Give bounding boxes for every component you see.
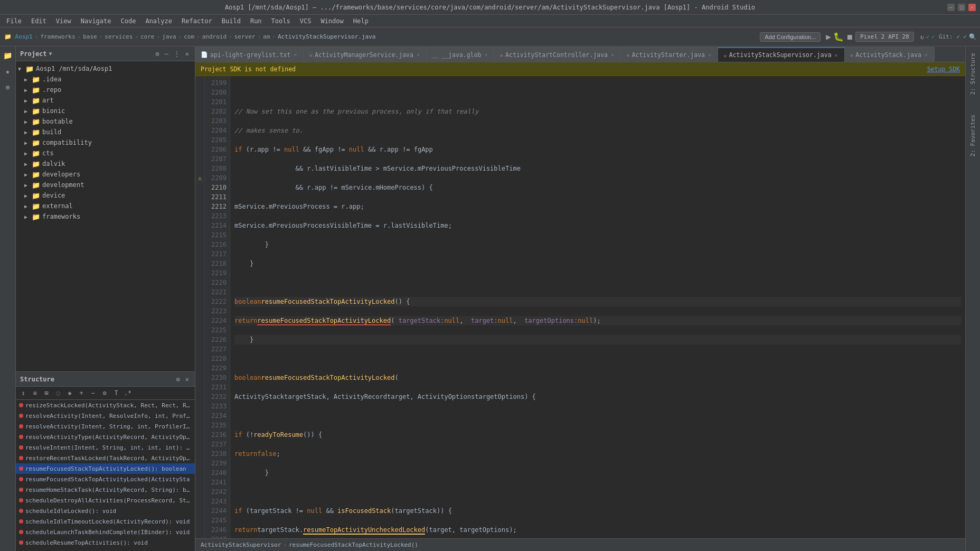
menu-item-refactor[interactable]: Refactor xyxy=(177,16,216,26)
tree-build[interactable]: ▶ 📁 build xyxy=(16,127,195,137)
project-settings-icon[interactable]: ⚙ xyxy=(154,50,161,58)
sort-alpha-icon[interactable]: ↕ xyxy=(18,388,29,398)
tree-developers[interactable]: ▶ 📁 developers xyxy=(16,169,195,180)
tree-frameworks[interactable]: ▶ 📁 frameworks xyxy=(16,211,195,222)
favorites-side-tab[interactable]: 2: Favorites xyxy=(969,110,976,161)
breadcrumb-aosp1[interactable]: 📁 Aosp1 xyxy=(3,33,34,40)
tree-bionic[interactable]: ▶ 📁 bionic xyxy=(16,106,195,116)
structure-side-tab[interactable]: 2: Structure xyxy=(969,49,976,99)
menu-item-tools[interactable]: Tools xyxy=(267,16,295,26)
tab-activity-start-controller[interactable]: ☕ ActivityStartController.java ✕ xyxy=(494,47,621,62)
tree-repo[interactable]: ▶ 📁 .repo xyxy=(16,85,195,95)
structure-close-icon[interactable]: ✕ xyxy=(184,375,191,384)
breadcrumb-core[interactable]: core xyxy=(139,33,156,40)
menu-item-help[interactable]: Help xyxy=(349,16,373,26)
struct-item[interactable]: resolveActivity(Intent, ResolveInfo, int… xyxy=(16,410,195,421)
close-button[interactable]: ✕ xyxy=(968,4,976,11)
tab-activity-starter[interactable]: ☕ ActivityStarter.java ✕ xyxy=(621,47,718,62)
tree-bootable[interactable]: ▶ 📁 bootable xyxy=(16,116,195,127)
tab-close-icon[interactable]: ✕ xyxy=(483,51,488,58)
project-panel-toggle[interactable]: 📁 xyxy=(1,49,15,62)
tab-java-glob[interactable]: __ __java.glob ✕ xyxy=(427,47,494,62)
sort-visibility-icon[interactable]: ≡ xyxy=(30,388,40,398)
tree-idea[interactable]: ▶ 📁 .idea xyxy=(16,74,195,85)
menu-item-code[interactable]: Code xyxy=(117,16,140,26)
menu-item-window[interactable]: Window xyxy=(316,16,347,26)
breadcrumb-services[interactable]: services xyxy=(103,33,134,40)
struct-settings-icon[interactable]: ⚙ xyxy=(99,388,110,398)
tab-close-icon[interactable]: ✕ xyxy=(416,51,421,58)
menu-item-edit[interactable]: Edit xyxy=(27,16,51,26)
struct-item-selected[interactable]: resumeFocusedStackTopActivityLocked(): b… xyxy=(16,463,195,474)
tree-art[interactable]: ▶ 📁 art xyxy=(16,95,195,106)
stop-button[interactable]: ⏹ xyxy=(846,33,853,41)
collapse-all-icon[interactable]: − xyxy=(88,388,98,398)
struct-item[interactable]: resolveActivity(Intent, String, int, Pro… xyxy=(16,421,195,432)
structure-panel-toggle[interactable]: ≡ xyxy=(1,80,15,94)
struct-item[interactable]: resolveIntent(Intent, String, int, int, … xyxy=(16,442,195,453)
device-selector[interactable]: Pixel 2 API 28 xyxy=(855,32,914,42)
menu-item-build[interactable]: Build xyxy=(218,16,245,26)
tree-development[interactable]: ▶ 📁 development xyxy=(16,180,195,190)
struct-item[interactable]: scheduleIdleTimeoutLocked(ActivityRecord… xyxy=(16,516,195,527)
tree-dalvik[interactable]: ▶ 📁 dalvik xyxy=(16,158,195,169)
breadcrumb-com[interactable]: com xyxy=(183,33,195,40)
git-checkmark-icon[interactable]: ✓ xyxy=(926,34,929,40)
android-profiler-toggle[interactable] xyxy=(1,537,15,551)
struct-item[interactable]: resizeStackLocked(ActivityStack, Rect, R… xyxy=(16,400,195,410)
struct-filter-icon[interactable]: T xyxy=(111,388,121,398)
struct-item[interactable]: resumeFocusedStackTopActivityLocked(Acti… xyxy=(16,474,195,484)
menu-item-navigate[interactable]: Navigate xyxy=(77,16,116,26)
breadcrumb-server[interactable]: server xyxy=(233,33,257,40)
breadcrumb-base[interactable]: base xyxy=(82,33,98,40)
breadcrumb-java[interactable]: java xyxy=(161,33,177,40)
tab-close-icon[interactable]: ✕ xyxy=(707,51,712,58)
maximize-button[interactable]: □ xyxy=(958,4,965,11)
struct-item[interactable]: resumeHomeStackTask(ActivityRecord, Stri… xyxy=(16,484,195,495)
code-content[interactable]: // Now set this one as the previous proc… xyxy=(230,76,965,538)
expand-all-icon[interactable]: + xyxy=(76,388,87,398)
favorites-panel-toggle[interactable]: ★ xyxy=(1,64,15,78)
breadcrumb-class[interactable]: ActivityStackSupervisor xyxy=(201,541,281,548)
show-inherited-icon[interactable]: ◌ xyxy=(53,388,63,398)
breadcrumb-am[interactable]: am xyxy=(262,33,271,40)
struct-item[interactable]: resolveActivityType(ActivityRecord, Acti… xyxy=(16,432,195,442)
tree-cts[interactable]: ▶ 📁 cts xyxy=(16,148,195,158)
tree-root[interactable]: ▼ 📁 Aosp1 /mnt/sda/Aosp1 xyxy=(16,63,195,74)
tab-close-icon[interactable]: ✕ xyxy=(924,51,929,58)
minimize-button[interactable]: — xyxy=(947,4,955,11)
breadcrumb-android[interactable]: android xyxy=(201,33,228,40)
git-checkmark2-icon[interactable]: ✓ xyxy=(931,34,935,40)
menu-item-run[interactable]: Run xyxy=(246,16,266,26)
run-config-button[interactable]: Add Configuration... xyxy=(760,32,821,42)
struct-item[interactable]: scheduleResumeTopActivities(): void xyxy=(16,537,195,548)
search-everywhere-icon[interactable]: 🔍 xyxy=(969,33,977,41)
tab-activity-manager-service[interactable]: ☕ ActivityManagerService.java ✕ xyxy=(304,47,427,62)
tree-external[interactable]: ▶ 📁 external xyxy=(16,201,195,211)
breadcrumb-method[interactable]: resumeFocusedStackTopActivityLocked() xyxy=(289,541,418,548)
project-more-icon[interactable]: ⋮ xyxy=(172,50,182,58)
breadcrumb-frameworks[interactable]: frameworks xyxy=(39,33,76,40)
tab-activity-stack[interactable]: ☕ ActivityStack.java ✕ xyxy=(845,47,935,62)
tab-close-icon[interactable]: ✕ xyxy=(293,51,298,58)
run-button[interactable]: ▶ xyxy=(826,32,831,42)
tree-device[interactable]: ▶ 📁 device xyxy=(16,190,195,201)
menu-item-file[interactable]: File xyxy=(2,16,26,26)
struct-regex-icon[interactable]: .* xyxy=(123,388,133,398)
struct-item[interactable]: scheduleDestroyAllActivities(ProcessReco… xyxy=(16,495,195,506)
tab-activity-stack-supervisor[interactable]: ☕ ActivityStackSupervisor.java ✕ xyxy=(718,47,845,62)
breadcrumb-file[interactable]: ActivityStackSupervisor.java xyxy=(277,33,376,40)
project-close-icon[interactable]: ✕ xyxy=(184,50,191,58)
tab-api-light-greylist[interactable]: 📄 api-light-greylist.txt ✕ xyxy=(195,47,304,62)
structure-settings-icon[interactable]: ⚙ xyxy=(175,375,182,384)
menu-item-view[interactable]: View xyxy=(52,16,76,26)
setup-sdk-link[interactable]: Setup SDK xyxy=(927,66,960,73)
project-dropdown-icon[interactable]: ▼ xyxy=(49,51,52,57)
menu-item-vcs[interactable]: VCS xyxy=(296,16,316,26)
sync-icon[interactable]: ↻ xyxy=(920,33,924,41)
group-methods-icon[interactable]: ⊞ xyxy=(41,388,52,398)
tab-close-icon[interactable]: ✕ xyxy=(610,51,615,58)
menu-item-analyze[interactable]: Analyze xyxy=(141,16,176,26)
struct-item[interactable]: scheduleIdleLocked(): void xyxy=(16,506,195,516)
show-fields-icon[interactable]: ◈ xyxy=(64,388,75,398)
